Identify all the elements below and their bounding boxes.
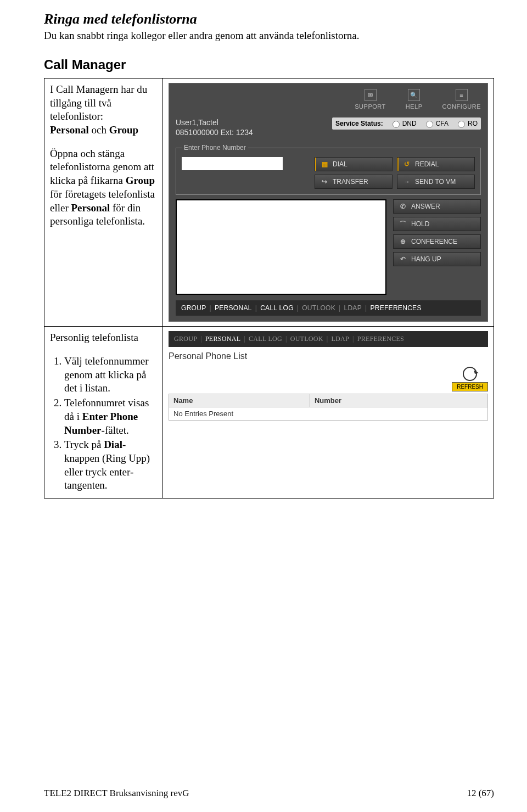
hangup-icon: ↶ bbox=[399, 255, 407, 263]
grid-icon: ▦ bbox=[321, 160, 328, 168]
tab-preferences[interactable]: PREFERENCES bbox=[370, 304, 421, 312]
tab2-call-log[interactable]: CALL LOG bbox=[249, 335, 282, 343]
hangup-button[interactable]: ↶HANG UP bbox=[393, 252, 481, 266]
redial-button[interactable]: ↺REDIAL bbox=[397, 157, 475, 171]
answer-button[interactable]: ✆ANSWER bbox=[393, 199, 481, 214]
call-manager-panel: ✉ SUPPORT 🔍 HELP ≡ CONFIGURE bbox=[169, 83, 488, 322]
tab2-ldap[interactable]: LDAP bbox=[331, 335, 349, 343]
empty-row: No Entries Present bbox=[169, 407, 488, 421]
personal-phone-table: Name Number No Entries Present bbox=[169, 394, 488, 421]
tab2-group[interactable]: GROUP bbox=[174, 335, 197, 343]
tab-ldap[interactable]: LDAP bbox=[344, 304, 362, 312]
conference-button[interactable]: ⊕CONFERENCE bbox=[393, 234, 481, 249]
refresh-icon bbox=[463, 367, 477, 381]
tab-call-log[interactable]: CALL LOG bbox=[260, 304, 294, 312]
help-link[interactable]: 🔍 HELP bbox=[406, 89, 423, 110]
personal-list-title: Personal Phone List bbox=[169, 351, 488, 361]
arrow-right-icon: → bbox=[403, 178, 411, 186]
transfer-button[interactable]: ↪TRANSFER bbox=[315, 175, 393, 189]
tab2-outlook[interactable]: OUTLOOK bbox=[290, 335, 323, 343]
footer-right: 12 (67) bbox=[467, 788, 494, 799]
desc1-personal: Personal bbox=[50, 124, 89, 136]
transfer-icon: ↪ bbox=[321, 178, 328, 186]
desc1-group: Group bbox=[109, 124, 139, 136]
step-3: Tryck på Dial-knappen (Ring Upp) eller t… bbox=[64, 438, 157, 492]
phone-icon: ✆ bbox=[399, 203, 407, 210]
search-icon: 🔍 bbox=[408, 89, 420, 101]
hold-icon: ⌒ bbox=[399, 220, 407, 229]
step-2: Telefonnumret visas då i Enter Phone Num… bbox=[64, 396, 157, 437]
steps-list: Välj telefonnummer genom att klicka på d… bbox=[50, 355, 157, 492]
tabs-bar-2: GROUP| PERSONAL| CALL LOG| OUTLOOK| LDAP… bbox=[169, 331, 488, 347]
service-status: Service Status: DND CFA RO bbox=[332, 117, 481, 130]
configure-link[interactable]: ≡ CONFIGURE bbox=[442, 89, 481, 110]
step-1: Välj telefonnummer genom att klicka på d… bbox=[64, 355, 157, 395]
tabs-bar: GROUP| PERSONAL| CALL LOG| OUTLOOK| LDAP… bbox=[176, 300, 481, 316]
footer-left: TELE2 DIRECT Bruksanvisning revG bbox=[44, 788, 189, 799]
tab-group[interactable]: GROUP bbox=[181, 304, 206, 312]
tab2-preferences[interactable]: PREFERENCES bbox=[357, 335, 404, 343]
send-to-vm-button[interactable]: →SEND TO VM bbox=[397, 175, 475, 189]
status-dnd[interactable]: DND bbox=[390, 119, 420, 128]
intro-text: Du kan snabbt ringa kollegor eller andra… bbox=[44, 30, 494, 42]
desc-cell-1: I Call Managern har du tillgång till två… bbox=[44, 79, 163, 327]
screenshot-cell-2: GROUP| PERSONAL| CALL LOG| OUTLOOK| LDAP… bbox=[163, 327, 494, 499]
desc2-heading: Personlig telefonlista bbox=[50, 331, 157, 345]
tab-outlook[interactable]: OUTLOOK bbox=[302, 304, 335, 312]
dial-button[interactable]: ▦DIAL bbox=[315, 157, 393, 171]
col-number: Number bbox=[310, 394, 487, 407]
tab2-personal[interactable]: PERSONAL bbox=[205, 335, 240, 343]
enter-phone-legend: Enter Phone Number bbox=[182, 144, 248, 152]
table-row: No Entries Present bbox=[169, 407, 488, 421]
refresh-button[interactable]: REFRESH bbox=[452, 367, 488, 391]
status-ro[interactable]: RO bbox=[455, 119, 481, 128]
desc-cell-2: Personlig telefonlista Välj telefonnumme… bbox=[44, 327, 163, 499]
desc1-text: I Call Managern har du tillgång till två… bbox=[50, 83, 147, 122]
mail-icon: ✉ bbox=[365, 89, 377, 101]
screenshot-cell-1: ✉ SUPPORT 🔍 HELP ≡ CONFIGURE bbox=[163, 79, 494, 327]
redial-icon: ↺ bbox=[403, 160, 411, 168]
user-info: User1,Tactel 0851000000 Ext: 1234 bbox=[176, 117, 253, 137]
hold-button[interactable]: ⌒HOLD bbox=[393, 217, 481, 231]
support-link[interactable]: ✉ SUPPORT bbox=[355, 89, 385, 110]
status-cfa[interactable]: CFA bbox=[423, 119, 452, 128]
enter-phone-fieldset: Enter Phone Number ▦DIAL ↺REDIAL bbox=[176, 144, 481, 195]
page-title: Ringa med telefonlistorna bbox=[44, 11, 494, 27]
section-heading: Call Manager bbox=[44, 57, 494, 72]
tab-personal[interactable]: PERSONAL bbox=[215, 304, 252, 312]
phone-number-input[interactable] bbox=[182, 157, 283, 170]
call-list-area bbox=[176, 199, 386, 295]
col-name: Name bbox=[169, 394, 310, 407]
menu-icon: ≡ bbox=[456, 89, 468, 101]
conference-icon: ⊕ bbox=[399, 238, 407, 245]
